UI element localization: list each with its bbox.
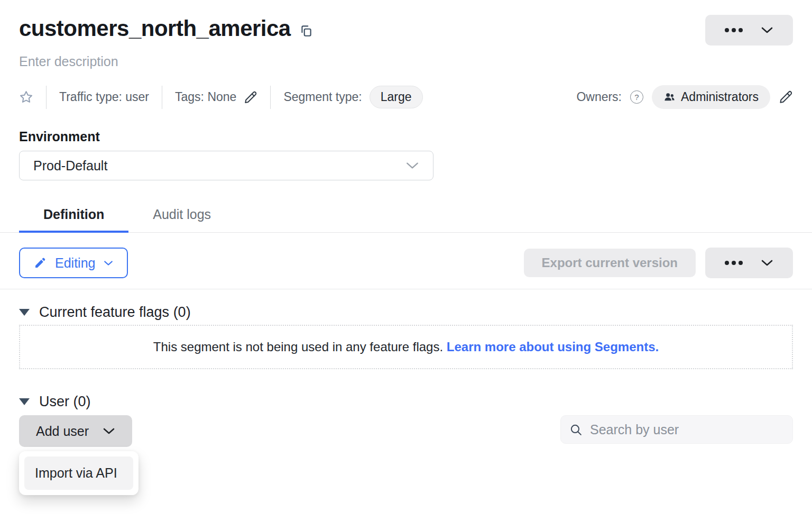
feature-flags-empty-state: This segment is not being used in any fe… (19, 325, 793, 369)
tags-label: Tags: None (175, 90, 236, 104)
page-header: customers_north_america (19, 15, 793, 45)
tab-definition[interactable]: Definition (19, 200, 128, 233)
user-controls-row: Add user Import via API (19, 415, 793, 447)
pencil-icon (244, 90, 257, 104)
editing-label: Editing (55, 255, 95, 271)
environment-label: Environment (19, 129, 793, 144)
star-icon (19, 90, 33, 104)
meta-row: Traffic type: user Tags: None Segment ty… (19, 85, 793, 109)
segment-page: customers_north_america Enter descriptio… (0, 0, 812, 447)
collapse-triangle-icon (19, 398, 30, 405)
owners-group: Owners: ? Administrators (576, 85, 793, 109)
segment-type: Segment type: Large (283, 86, 422, 108)
empty-state-text: This segment is not being used in any fe… (153, 340, 447, 354)
owners-label: Owners: (576, 90, 622, 104)
feature-flags-heading: Current feature flags (0) (39, 304, 191, 321)
owners-value: Administrators (681, 90, 759, 104)
add-user-label: Add user (36, 424, 89, 439)
page-overflow-menu-button[interactable] (705, 15, 793, 45)
edit-tags-button[interactable] (244, 90, 257, 104)
environment-selected-value: Prod-Default (33, 158, 107, 173)
page-title: customers_north_america (19, 15, 291, 43)
add-user-dropdown-menu: Import via API (19, 451, 139, 495)
add-user-button[interactable]: Add user (19, 415, 132, 447)
ellipsis-icon (725, 261, 743, 265)
owners-badge[interactable]: Administrators (652, 85, 770, 109)
people-icon (663, 91, 676, 103)
user-heading: User (0) (39, 394, 91, 410)
chevron-down-icon (104, 260, 113, 266)
divider (46, 86, 47, 109)
ellipsis-icon (725, 28, 743, 32)
segment-type-label: Segment type: (283, 90, 362, 104)
tags: Tags: None (175, 90, 257, 104)
toolbar-overflow-menu-button[interactable] (705, 248, 793, 278)
traffic-type: Traffic type: user (59, 90, 149, 104)
description-placeholder[interactable]: Enter description (19, 54, 793, 69)
collapse-triangle-icon (19, 309, 30, 316)
user-section-header[interactable]: User (0) (19, 394, 793, 410)
export-current-version-button[interactable]: Export current version (524, 249, 696, 277)
edit-owners-button[interactable] (779, 90, 793, 104)
help-icon[interactable]: ? (630, 90, 643, 104)
definition-toolbar: Editing Export current version (19, 248, 793, 278)
search-by-user-input[interactable] (589, 422, 784, 438)
pencil-icon (779, 90, 793, 104)
divider (270, 86, 271, 109)
tab-bar: Definition Audit logs (0, 200, 812, 233)
pencil-icon (34, 257, 47, 269)
chevron-down-icon (103, 427, 115, 435)
tab-audit-logs[interactable]: Audit logs (128, 200, 235, 233)
favorite-star-button[interactable] (19, 90, 33, 104)
divider (162, 86, 162, 109)
segment-type-badge: Large (370, 86, 423, 108)
chevron-down-icon (761, 259, 773, 267)
chevron-down-icon (405, 161, 419, 170)
user-search-box (560, 415, 793, 444)
environment-select[interactable]: Prod-Default (19, 151, 433, 180)
feature-flags-section-header[interactable]: Current feature flags (0) (19, 304, 793, 321)
learn-more-link[interactable]: Learn more about using Segments. (447, 340, 659, 354)
chevron-down-icon (761, 26, 773, 34)
search-icon (569, 423, 583, 436)
menu-item-import-via-api[interactable]: Import via API (24, 456, 133, 490)
copy-title-button[interactable] (299, 24, 313, 38)
copy-icon (299, 24, 313, 38)
editing-mode-button[interactable]: Editing (19, 248, 128, 278)
divider (0, 289, 812, 289)
